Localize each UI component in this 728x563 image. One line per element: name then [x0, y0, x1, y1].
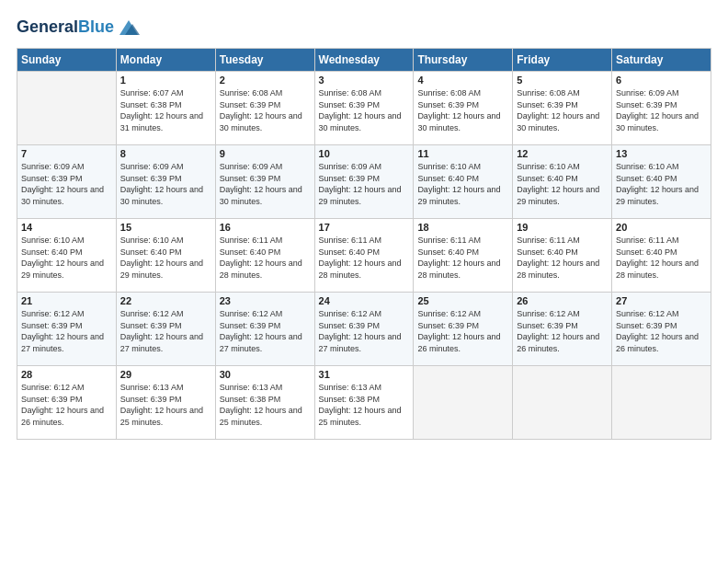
calendar-cell: 14Sunrise: 6:10 AMSunset: 6:40 PMDayligh…: [17, 219, 117, 293]
day-number: 5: [517, 75, 608, 86]
day-info: Sunrise: 6:08 AMSunset: 6:39 PMDaylight:…: [220, 87, 311, 133]
calendar-cell: 11Sunrise: 6:10 AMSunset: 6:40 PMDayligh…: [414, 145, 513, 219]
day-info: Sunrise: 6:08 AMSunset: 6:39 PMDaylight:…: [319, 87, 410, 133]
day-info: Sunrise: 6:08 AMSunset: 6:39 PMDaylight:…: [517, 87, 608, 133]
day-number: 18: [417, 222, 508, 233]
day-number: 7: [21, 148, 112, 159]
day-number: 17: [319, 222, 410, 233]
calendar-cell: 24Sunrise: 6:12 AMSunset: 6:39 PMDayligh…: [314, 293, 414, 366]
calendar-cell: 22Sunrise: 6:12 AMSunset: 6:39 PMDayligh…: [116, 293, 215, 366]
day-info: Sunrise: 6:09 AMSunset: 6:39 PMDaylight:…: [220, 161, 311, 207]
day-number: 9: [220, 148, 311, 159]
day-number: 21: [21, 295, 112, 306]
calendar-cell: 6Sunrise: 6:09 AMSunset: 6:39 PMDaylight…: [612, 72, 711, 145]
calendar-cell: [414, 366, 513, 440]
calendar-cell: 21Sunrise: 6:12 AMSunset: 6:39 PMDayligh…: [17, 293, 117, 366]
day-number: 19: [517, 222, 608, 233]
day-info: Sunrise: 6:12 AMSunset: 6:39 PMDaylight:…: [120, 308, 211, 354]
day-info: Sunrise: 6:12 AMSunset: 6:39 PMDaylight:…: [616, 308, 707, 354]
weekday-header-monday: Monday: [116, 49, 215, 72]
calendar-cell: 29Sunrise: 6:13 AMSunset: 6:39 PMDayligh…: [116, 366, 215, 440]
weekday-header-wednesday: Wednesday: [314, 49, 414, 72]
day-number: 30: [220, 369, 311, 380]
day-info: Sunrise: 6:12 AMSunset: 6:39 PMDaylight:…: [21, 382, 112, 428]
day-number: 3: [319, 75, 410, 86]
day-info: Sunrise: 6:13 AMSunset: 6:39 PMDaylight:…: [120, 382, 211, 428]
day-number: 2: [220, 75, 311, 86]
calendar-cell: 28Sunrise: 6:12 AMSunset: 6:39 PMDayligh…: [17, 366, 117, 440]
day-number: 25: [417, 295, 508, 306]
calendar-cell: 31Sunrise: 6:13 AMSunset: 6:38 PMDayligh…: [314, 366, 414, 440]
day-number: 27: [616, 295, 707, 306]
day-info: Sunrise: 6:12 AMSunset: 6:39 PMDaylight:…: [220, 308, 311, 354]
calendar-cell: 26Sunrise: 6:12 AMSunset: 6:39 PMDayligh…: [513, 293, 612, 366]
day-info: Sunrise: 6:10 AMSunset: 6:40 PMDaylight:…: [616, 161, 707, 207]
calendar-cell: 2Sunrise: 6:08 AMSunset: 6:39 PMDaylight…: [215, 72, 314, 145]
calendar-cell: 13Sunrise: 6:10 AMSunset: 6:40 PMDayligh…: [612, 145, 711, 219]
day-number: 31: [319, 369, 410, 380]
calendar-cell: 30Sunrise: 6:13 AMSunset: 6:38 PMDayligh…: [215, 366, 314, 440]
calendar-cell: [612, 366, 711, 440]
calendar-cell: 15Sunrise: 6:10 AMSunset: 6:40 PMDayligh…: [116, 219, 215, 293]
day-info: Sunrise: 6:10 AMSunset: 6:40 PMDaylight:…: [21, 235, 112, 281]
day-info: Sunrise: 6:10 AMSunset: 6:40 PMDaylight:…: [517, 161, 608, 207]
day-number: 15: [120, 222, 211, 233]
calendar-cell: 3Sunrise: 6:08 AMSunset: 6:39 PMDaylight…: [314, 72, 414, 145]
day-info: Sunrise: 6:09 AMSunset: 6:39 PMDaylight:…: [616, 87, 707, 133]
calendar-cell: 25Sunrise: 6:12 AMSunset: 6:39 PMDayligh…: [414, 293, 513, 366]
day-number: 24: [319, 295, 410, 306]
day-number: 26: [517, 295, 608, 306]
day-info: Sunrise: 6:13 AMSunset: 6:38 PMDaylight:…: [319, 382, 410, 428]
calendar-cell: 12Sunrise: 6:10 AMSunset: 6:40 PMDayligh…: [513, 145, 612, 219]
calendar-cell: [17, 72, 117, 145]
calendar-cell: 10Sunrise: 6:09 AMSunset: 6:39 PMDayligh…: [314, 145, 414, 219]
calendar-cell: 9Sunrise: 6:09 AMSunset: 6:39 PMDaylight…: [215, 145, 314, 219]
day-info: Sunrise: 6:13 AMSunset: 6:38 PMDaylight:…: [220, 382, 311, 428]
day-info: Sunrise: 6:09 AMSunset: 6:39 PMDaylight:…: [120, 161, 211, 207]
calendar-cell: 17Sunrise: 6:11 AMSunset: 6:40 PMDayligh…: [314, 219, 414, 293]
day-number: 13: [616, 148, 707, 159]
day-info: Sunrise: 6:12 AMSunset: 6:39 PMDaylight:…: [319, 308, 410, 354]
weekday-header-tuesday: Tuesday: [215, 49, 314, 72]
day-info: Sunrise: 6:12 AMSunset: 6:39 PMDaylight:…: [21, 308, 112, 354]
calendar-cell: 20Sunrise: 6:11 AMSunset: 6:40 PMDayligh…: [612, 219, 711, 293]
day-info: Sunrise: 6:10 AMSunset: 6:40 PMDaylight:…: [120, 235, 211, 281]
day-info: Sunrise: 6:08 AMSunset: 6:39 PMDaylight:…: [417, 87, 508, 133]
weekday-header-friday: Friday: [513, 49, 612, 72]
calendar-cell: 1Sunrise: 6:07 AMSunset: 6:38 PMDaylight…: [116, 72, 215, 145]
day-info: Sunrise: 6:09 AMSunset: 6:39 PMDaylight:…: [319, 161, 410, 207]
day-number: 23: [220, 295, 311, 306]
day-number: 16: [220, 222, 311, 233]
calendar-cell: 5Sunrise: 6:08 AMSunset: 6:39 PMDaylight…: [513, 72, 612, 145]
day-info: Sunrise: 6:07 AMSunset: 6:38 PMDaylight:…: [120, 87, 211, 133]
day-number: 1: [120, 75, 211, 86]
logo-icon: [116, 15, 142, 40]
calendar-cell: 8Sunrise: 6:09 AMSunset: 6:39 PMDaylight…: [116, 145, 215, 219]
day-number: 20: [616, 222, 707, 233]
calendar-cell: 23Sunrise: 6:12 AMSunset: 6:39 PMDayligh…: [215, 293, 314, 366]
day-info: Sunrise: 6:12 AMSunset: 6:39 PMDaylight:…: [417, 308, 508, 354]
day-number: 11: [417, 148, 508, 159]
day-info: Sunrise: 6:11 AMSunset: 6:40 PMDaylight:…: [517, 235, 608, 281]
day-number: 14: [21, 222, 112, 233]
day-number: 28: [21, 369, 112, 380]
calendar-cell: 19Sunrise: 6:11 AMSunset: 6:40 PMDayligh…: [513, 219, 612, 293]
day-number: 29: [120, 369, 211, 380]
logo-text: GeneralBlue: [17, 18, 114, 37]
day-number: 12: [517, 148, 608, 159]
day-info: Sunrise: 6:09 AMSunset: 6:39 PMDaylight:…: [21, 161, 112, 207]
day-info: Sunrise: 6:11 AMSunset: 6:40 PMDaylight:…: [319, 235, 410, 281]
day-number: 8: [120, 148, 211, 159]
day-info: Sunrise: 6:12 AMSunset: 6:39 PMDaylight:…: [517, 308, 608, 354]
calendar-cell: 16Sunrise: 6:11 AMSunset: 6:40 PMDayligh…: [215, 219, 314, 293]
weekday-header-sunday: Sunday: [17, 49, 117, 72]
day-number: 10: [319, 148, 410, 159]
day-number: 6: [616, 75, 707, 86]
day-number: 4: [417, 75, 508, 86]
calendar-cell: 7Sunrise: 6:09 AMSunset: 6:39 PMDaylight…: [17, 145, 117, 219]
weekday-header-thursday: Thursday: [414, 49, 513, 72]
calendar-cell: [513, 366, 612, 440]
day-number: 22: [120, 295, 211, 306]
calendar-table: SundayMondayTuesdayWednesdayThursdayFrid…: [17, 48, 711, 440]
weekday-header-saturday: Saturday: [612, 49, 711, 72]
